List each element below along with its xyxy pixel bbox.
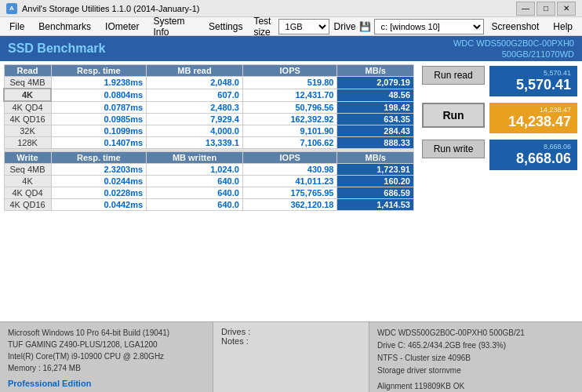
sys-line3: Intel(R) Core(TM) i9-10900 CPU @ 2.80GHz: [8, 350, 205, 362]
resp-time: 0.0804ms: [51, 89, 147, 101]
iops: 362,120.18: [242, 199, 337, 211]
table-row: 32K 0.1099ms 4,000.0 9,101.90 284.43: [4, 125, 414, 137]
col-iops: IOPS: [242, 65, 337, 77]
run-write-row: Run write 8,668.06 8,668.06: [422, 140, 577, 170]
resp-time: 2.3203ms: [51, 164, 147, 176]
row-label: 4K QD16: [4, 114, 51, 125]
resp-time: 0.0787ms: [51, 101, 147, 114]
menu-bar: File Benchmarks IOmeter System Info Sett…: [0, 17, 582, 36]
mb-read: 4,000.0: [147, 125, 243, 137]
mb-write: 640.0: [147, 176, 243, 187]
menu-file[interactable]: File: [3, 18, 31, 35]
iops: 162,392.92: [242, 114, 337, 125]
iops: 50,796.56: [242, 101, 337, 114]
mb-write: 640.0: [147, 187, 243, 199]
row-label: 4K: [4, 89, 51, 101]
iops: 7,106.62: [242, 137, 337, 149]
run-write-button[interactable]: Run write: [422, 140, 485, 158]
row-label: 4K QD4: [4, 101, 51, 114]
app-header: SSD Benchmark WDC WDS500G2B0C-00PXH0 500…: [0, 36, 582, 61]
drives-label: Drives :: [221, 327, 361, 336]
row-label: 4K: [4, 176, 51, 187]
footer: Microsoft Windows 10 Pro 64-bit Build (1…: [0, 321, 582, 392]
pro-edition-label: Professional Edition: [8, 377, 205, 390]
table-row: 4K QD16 0.0442ms 640.0 362,120.18 1,414.…: [4, 199, 414, 211]
mbs: 48.56: [337, 89, 414, 101]
mbs: 198.42: [337, 101, 414, 114]
resp-time: 0.1099ms: [51, 125, 147, 137]
drive-name-line1: WDC WDS500G2B0C-00PXH0: [453, 38, 574, 49]
mb-read: 13,339.1: [147, 137, 243, 149]
table-row: 4K QD4 0.0787ms 2,480.3 50,796.56 198.42: [4, 101, 414, 114]
col-mbs-write: MB/s: [337, 152, 414, 164]
app-header-drive: WDC WDS500G2B0C-00PXH0 500GB/211070WD: [453, 38, 574, 60]
iops: 175,765.95: [242, 187, 337, 199]
app-icon: A: [6, 3, 17, 14]
run-read-button[interactable]: Run read: [422, 66, 485, 85]
right-panel: Run read 5,570.41 5,570.41 Run 14,238.47…: [417, 61, 582, 321]
resp-time: 0.0228ms: [51, 187, 147, 199]
drive-info-line1: WDC WDS500G2B0C-00PXH0 500GB/21: [377, 327, 574, 339]
window-controls: — □ ✕: [516, 2, 576, 16]
read-score-top: 5,570.41: [496, 69, 571, 77]
test-size-select[interactable]: 1GB 512MB 2GB 4GB: [278, 19, 329, 34]
menu-iometer[interactable]: IOmeter: [99, 18, 145, 35]
resp-time: 0.0985ms: [51, 114, 147, 125]
row-label: 4K QD16: [4, 199, 51, 211]
notes-label: Notes :: [221, 336, 361, 346]
table-row: 4K QD16 0.0985ms 7,929.4 162,392.92 634.…: [4, 114, 414, 125]
drive-group: Drive 💾 c: [windows 10]: [334, 19, 484, 34]
col-iops-write: IOPS: [242, 152, 337, 164]
row-label: Seq 4MB: [4, 77, 51, 89]
minimize-button[interactable]: —: [516, 2, 535, 16]
row-label: 128K: [4, 137, 51, 149]
footer-sys-info: Microsoft Windows 10 Pro 64-bit Build (1…: [0, 322, 213, 392]
app-header-title: SSD Benchmark: [8, 42, 106, 56]
resp-time: 0.0442ms: [51, 199, 147, 211]
menu-settings[interactable]: Settings: [202, 18, 249, 35]
mbs: 686.59: [337, 187, 414, 199]
footer-drives: Drives : Notes :: [213, 322, 369, 392]
run-button[interactable]: Run: [422, 103, 485, 128]
title-bar-text: Anvil's Storage Utilities 1.1.0 (2014-Ja…: [22, 4, 199, 13]
write-score-display: 8,668.06 8,668.06: [489, 140, 577, 170]
table-row: 4K QD4 0.0228ms 640.0 175,765.95 686.59: [4, 187, 414, 199]
mb-read: 2,048.0: [147, 77, 243, 89]
col-mbs: MB/s: [337, 65, 414, 77]
col-resp-time: Resp. time: [51, 65, 147, 77]
col-write: Write: [4, 152, 51, 164]
menu-help[interactable]: Help: [547, 18, 579, 35]
table-row: 4K 0.0244ms 640.0 41,011.23 160.20: [4, 176, 414, 187]
mb-read: 7,929.4: [147, 114, 243, 125]
table-row: Seq 4MB 2.3203ms 1,024.0 430.98 1,723.91: [4, 164, 414, 176]
iops: 41,011.23: [242, 176, 337, 187]
iops: 9,101.90: [242, 125, 337, 137]
col-resp-write: Resp. time: [51, 152, 147, 164]
row-label: Seq 4MB: [4, 164, 51, 176]
drive-icon: 💾: [359, 21, 371, 32]
mbs: 284.43: [337, 125, 414, 137]
row-label: 4K QD4: [4, 187, 51, 199]
title-bar-left: A Anvil's Storage Utilities 1.1.0 (2014-…: [6, 3, 199, 14]
read-score-main: 5,570.41: [496, 77, 571, 93]
row-label: 32K: [4, 125, 51, 137]
drive-info-line6: Alignment 119809KB OK: [377, 380, 574, 392]
mb-write: 640.0: [147, 199, 243, 211]
menu-system-info[interactable]: System Info: [147, 18, 201, 35]
screenshot-button[interactable]: Screenshot: [486, 18, 546, 35]
mbs: 160.20: [337, 176, 414, 187]
maximize-button[interactable]: □: [537, 2, 555, 16]
close-button[interactable]: ✕: [557, 2, 576, 16]
mbs: 634.35: [337, 114, 414, 125]
menu-benchmarks[interactable]: Benchmarks: [32, 18, 97, 35]
main-content: Read Resp. time MB read IOPS MB/s Seq 4M…: [0, 61, 582, 321]
iops: 12,431.70: [242, 89, 337, 101]
iops: 519.80: [242, 77, 337, 89]
col-read: Read: [4, 65, 51, 77]
total-score-display: 14,238.47 14,238.47: [489, 103, 577, 133]
read-score-display: 5,570.41 5,570.41: [489, 66, 577, 96]
drive-select[interactable]: c: [windows 10]: [374, 19, 484, 34]
drive-info-line2: Drive C: 465.2/434.2GB free (93.3%): [377, 339, 574, 352]
table-row: Seq 4MB 1.9238ms 2,048.0 519.80 2,079.19: [4, 77, 414, 89]
total-score-top: 14,238.47: [496, 106, 571, 114]
